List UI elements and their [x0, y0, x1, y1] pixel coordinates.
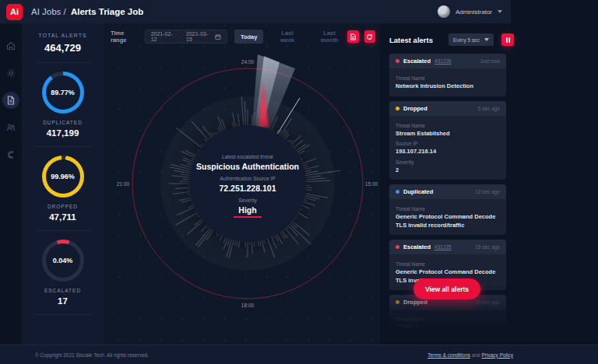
stats-panel: TOTAL ALERTS 464,729 89.77% DUPLICATED 4…	[22, 23, 104, 345]
alert-field-label: Threat Name	[396, 123, 500, 128]
refresh-interval-dropdown[interactable]: Every 5 sec	[448, 33, 494, 46]
clock-label-right: 15:00	[365, 181, 378, 187]
app-logo[interactable]: Ai	[6, 4, 23, 20]
divider	[35, 230, 91, 231]
calendar-icon[interactable]	[215, 33, 221, 40]
alert-card-header: Dropped 5 sec ago	[389, 101, 506, 116]
document-icon	[6, 96, 16, 105]
alert-field-label: Threat Name	[396, 206, 500, 212]
top-header: Ai AI Jobs / Alerts Triage Job Administr…	[0, 0, 598, 23]
alerts-panel-header: Latest alerts Every 5 sec	[389, 33, 514, 46]
chevron-down-icon	[484, 38, 489, 41]
alert-field-label: Threat Name	[396, 261, 500, 267]
clock-label-top: 24:00	[241, 59, 254, 65]
quick-range-last-week[interactable]: Last week	[270, 30, 304, 44]
alert-field-label: Threat Name	[396, 75, 500, 81]
nav-rail	[0, 23, 22, 345]
settings-icon	[6, 68, 16, 78]
alert-field-value: 2	[396, 166, 500, 175]
quick-range-last-month[interactable]: Last month	[311, 30, 348, 44]
severity-label: Severity	[238, 198, 256, 203]
refresh-button[interactable]	[364, 30, 375, 43]
alert-card[interactable]: Dropped 5 sec ago Threat NameStream Esta…	[389, 101, 506, 180]
gauge-value: 417,199	[47, 128, 79, 138]
alert-status: Escalated	[403, 243, 431, 250]
radar-chart-area: Time range 2021-02-12 - 2021-03-15 Today…	[104, 23, 380, 345]
donut-gauge: 99.96%	[42, 156, 84, 198]
alert-card[interactable]: Duplicated 13 sec ago Threat NameGeneric…	[389, 184, 506, 235]
alert-field-value: SICMP Packet found	[396, 324, 500, 332]
footer: © Copyright 2021 Siscale Tech. All right…	[0, 345, 598, 364]
date-separator: -	[180, 34, 181, 40]
divider	[35, 314, 91, 315]
gauge-block: 89.77% DUPLICATED 417,199	[35, 72, 91, 156]
pause-feed-button[interactable]	[501, 33, 514, 46]
time-toolbar: Time range 2021-02-12 - 2021-03-15 Today…	[111, 29, 375, 44]
sidebar-item-jobs[interactable]	[2, 92, 19, 109]
pause-icon	[505, 37, 512, 44]
alert-status: Dropped	[403, 299, 427, 306]
status-dot	[396, 59, 399, 63]
privacy-link[interactable]: Privacy Policy	[482, 352, 513, 358]
gauge-label: DROPPED	[47, 204, 78, 209]
alert-time: 13 sec ago	[475, 189, 500, 194]
time-range-label: Time range	[111, 30, 139, 44]
alert-status: Dropped	[403, 105, 427, 112]
alert-time: 15 sec ago	[475, 244, 500, 250]
divider	[35, 146, 91, 147]
alert-field-label: Source IP	[396, 141, 500, 146]
alert-field-value: Network Intrusion Detection	[396, 82, 500, 91]
breadcrumb: AI Jobs / Alerts Triage Job	[31, 7, 143, 16]
donut-gauge: 0.04%	[42, 240, 84, 282]
gauge-value: 17	[58, 296, 68, 306]
report-button[interactable]	[347, 30, 358, 43]
alert-field-value: Generic Protocol Command Decode TLS inva…	[396, 213, 500, 229]
status-dot	[396, 190, 399, 194]
latest-alerts-title: Latest alerts	[389, 36, 433, 44]
alert-id-link[interactable]: #31235	[434, 244, 452, 250]
sidebar-item-home[interactable]	[2, 37, 19, 54]
alert-card-body: Threat NameGeneric Protocol Command Deco…	[389, 199, 506, 235]
quick-range-today[interactable]: Today	[234, 30, 264, 44]
gauge-percent: 99.96%	[51, 173, 75, 180]
sidebar-item-settings[interactable]	[2, 65, 19, 82]
date-range-input[interactable]: 2021-02-12 - 2021-03-15	[145, 30, 227, 44]
avatar	[438, 5, 450, 18]
threat-name: Suspicious Authentication	[196, 162, 299, 171]
total-alerts-value: 464,729	[44, 42, 81, 54]
alert-card-body: Threat NameSICMP Packet found	[389, 310, 506, 335]
copyright-text: © Copyright 2021 Siscale Tech. All right…	[35, 352, 149, 358]
user-menu[interactable]: Administrator	[438, 5, 502, 18]
gauge-percent: 0.04%	[53, 257, 73, 264]
source-ip-label: Authentication Source IP	[220, 176, 276, 181]
sidebar-item-users[interactable]	[2, 119, 19, 136]
date-to[interactable]: 2021-03-15	[186, 31, 210, 42]
latest-alerts-panel: Latest alerts Every 5 sec Escalated #312…	[380, 23, 598, 345]
source-ip-value: 72.251.228.101	[220, 184, 276, 193]
alert-time: 20 sec ago	[475, 299, 500, 305]
chevron-down-icon	[498, 10, 502, 13]
alert-field-label: Severity	[396, 159, 500, 165]
gauge-label: DUPLICATED	[43, 120, 83, 125]
user-name: Administrator	[456, 9, 492, 16]
total-alerts-label: TOTAL ALERTS	[38, 33, 86, 38]
clock-label-bottom: 18:00	[241, 303, 254, 308]
sidebar-item-brand[interactable]	[2, 146, 19, 163]
view-all-alerts-button[interactable]: View all alerts	[413, 278, 480, 299]
alert-id-link[interactable]: #31236	[434, 58, 452, 64]
alert-time: 5 sec ago	[478, 106, 500, 111]
alert-field-value: Stream Established	[396, 130, 500, 138]
terms-link[interactable]: Terms & conditions	[427, 352, 470, 358]
alert-card[interactable]: Dropped 20 sec ago Threat NameSICMP Pack…	[389, 295, 506, 335]
latest-threat-label: Latest escalated threat	[222, 154, 273, 159]
alert-status: Duplicated	[403, 188, 433, 195]
alert-card-body: Threat NameStream EstablishedSource IP19…	[389, 116, 506, 180]
severity-value: High	[234, 205, 261, 218]
alert-card[interactable]: Escalated #31236 Just now Threat NameNet…	[389, 54, 506, 96]
refresh-icon	[366, 33, 373, 40]
and-text: and	[472, 352, 480, 358]
date-from[interactable]: 2021-02-12	[151, 31, 175, 42]
breadcrumb-parent[interactable]: AI Jobs /	[31, 7, 66, 16]
alert-card-header: Escalated #31236 Just now	[389, 54, 506, 68]
divider	[35, 62, 91, 63]
